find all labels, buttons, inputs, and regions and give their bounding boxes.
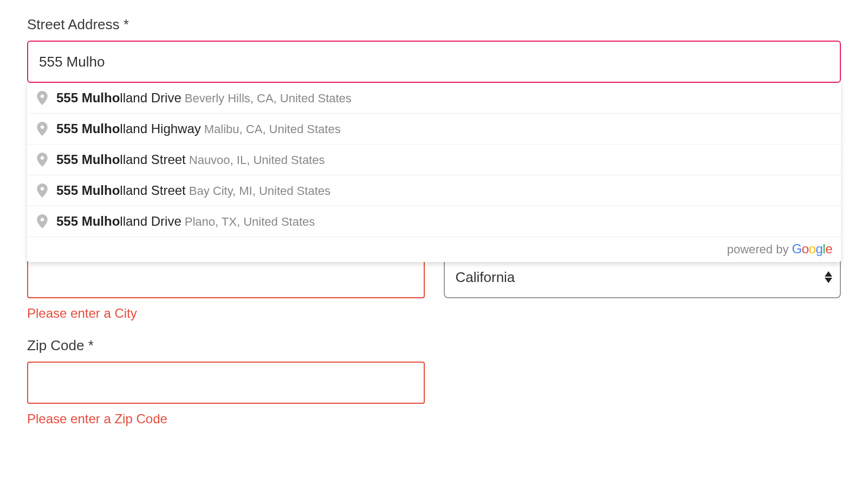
suggestion-item[interactable]: 555 Mulholland HighwayMalibu, CA, United… (27, 114, 841, 145)
location-pin-icon (37, 214, 48, 228)
zip-error-message: Please enter a Zip Code (27, 411, 425, 427)
suggestion-item[interactable]: 555 Mulholland DrivePlano, TX, United St… (27, 206, 841, 237)
location-pin-icon (37, 122, 48, 136)
suggestion-item[interactable]: 555 Mulholland StreetBay City, MI, Unite… (27, 175, 841, 206)
suggestion-item[interactable]: 555 Mulholland DriveBeverly Hills, CA, U… (27, 83, 841, 114)
suggestion-text: 555 Mulholland StreetNauvoo, IL, United … (56, 152, 325, 167)
city-error-message: Please enter a City (27, 306, 425, 321)
zip-code-input[interactable] (27, 362, 425, 404)
location-pin-icon (37, 183, 48, 198)
suggestion-text: 555 Mulholland DriveBeverly Hills, CA, U… (56, 90, 352, 106)
state-select[interactable]: California (444, 256, 841, 298)
location-pin-icon (37, 153, 48, 167)
street-address-input[interactable] (27, 41, 841, 83)
street-address-label: Street Address * (27, 16, 841, 33)
address-suggestion-dropdown: 555 Mulholland DriveBeverly Hills, CA, U… (27, 83, 841, 262)
suggestion-text: 555 Mulholland StreetBay City, MI, Unite… (56, 183, 331, 198)
zip-code-label: Zip Code * (27, 337, 425, 354)
location-pin-icon (37, 91, 48, 105)
suggestion-text: 555 Mulholland DrivePlano, TX, United St… (56, 214, 315, 229)
powered-by-google: powered by Google (27, 237, 841, 262)
suggestion-text: 555 Mulholland HighwayMalibu, CA, United… (56, 121, 341, 136)
suggestion-item[interactable]: 555 Mulholland StreetNauvoo, IL, United … (27, 145, 841, 175)
city-input[interactable] (27, 256, 425, 298)
